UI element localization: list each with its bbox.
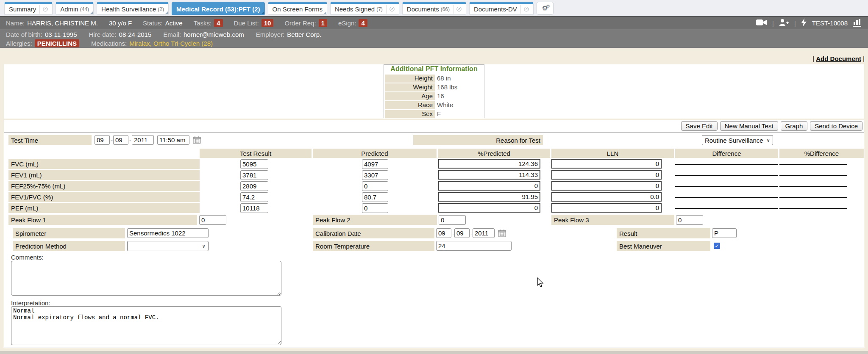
- fef-pct-predicted-input[interactable]: [438, 181, 540, 191]
- fev1-pct-predicted-input[interactable]: [438, 170, 540, 180]
- calibration-day-input[interactable]: [454, 228, 470, 238]
- calibration-year-input[interactable]: [473, 228, 495, 238]
- test-time-clock-input[interactable]: [157, 135, 189, 145]
- tab-summary[interactable]: Summary: [4, 2, 53, 15]
- graph-button[interactable]: Graph: [781, 121, 808, 131]
- fev1fvc-predicted-input[interactable]: [362, 192, 388, 202]
- settings-gears-button[interactable]: ⚙⚙: [537, 2, 554, 15]
- peak-flow-1-input[interactable]: [199, 215, 226, 225]
- peak-flow-3-input[interactable]: [676, 215, 703, 225]
- tab-documents[interactable]: Documents (66): [402, 2, 466, 15]
- tasks-badge[interactable]: 4: [214, 19, 223, 27]
- tab-count: (66): [441, 6, 450, 12]
- reason-selected-value: Routine Surveillance: [705, 137, 763, 144]
- fvc-predicted-input[interactable]: [362, 159, 388, 169]
- reason-for-test-label-cell: Reason for Test: [413, 135, 543, 145]
- fev1-lln-input[interactable]: [551, 170, 662, 180]
- fev1-predicted-input[interactable]: [362, 170, 388, 180]
- best-maneuver-checkbox[interactable]: ✓: [714, 243, 720, 249]
- pef-test-result-input[interactable]: [240, 203, 268, 213]
- fef-predicted-input[interactable]: [362, 181, 388, 191]
- tab-medical-record-pft[interactable]: Medical Record (53):PFT (2): [172, 2, 265, 15]
- lightning-icon[interactable]: [801, 18, 807, 28]
- tab-needs-signed[interactable]: Needs Signed (7): [330, 2, 399, 15]
- chevron-down-icon: ∨: [766, 137, 770, 143]
- tab-health-surveillance[interactable]: Health Surveillance (2): [97, 2, 169, 15]
- additional-pft-info-box: Additional PFT Information Height68 in W…: [384, 64, 484, 118]
- col-header-predicted: Predicted: [313, 149, 437, 158]
- name-label: Name:: [6, 19, 25, 27]
- tab-documents-dv[interactable]: Documents-DV: [469, 2, 534, 15]
- pft-form-panel: Test Time - - Reason for Test Routine Su…: [4, 132, 864, 348]
- tab-bar: Summary Admin (44) Health Surveillance (…: [0, 0, 868, 16]
- due-list-label: Due List:: [234, 19, 259, 27]
- employer-label: Employer:: [256, 31, 285, 38]
- status-label: Status:: [143, 19, 163, 27]
- race-value: White: [435, 101, 453, 109]
- calendar-icon[interactable]: [193, 136, 201, 144]
- pef-pct-predicted-input[interactable]: [438, 203, 540, 213]
- fef-pct-difference-line: [779, 186, 847, 187]
- due-list-badge[interactable]: 10: [262, 19, 274, 27]
- add-person-icon[interactable]: [779, 19, 789, 28]
- tab-admin[interactable]: Admin (44): [56, 2, 94, 15]
- popout-icon[interactable]: [39, 5, 48, 14]
- tab-fold: [90, 11, 93, 14]
- fev1-pct-difference-line: [779, 175, 847, 176]
- tab-count: (2): [158, 6, 164, 12]
- spirometer-input[interactable]: [127, 228, 209, 238]
- row-label-fef: FEF25%-75% (mL): [8, 181, 200, 191]
- row-label-fev1-fvc: FEV1/FVC (%): [8, 192, 200, 202]
- fev1-test-result-input[interactable]: [240, 170, 268, 180]
- fvc-lln-input[interactable]: [551, 159, 662, 169]
- test-time-label-cell: Test Time: [8, 135, 92, 145]
- popout-icon[interactable]: [453, 5, 462, 14]
- add-document-link[interactable]: Add Document: [816, 55, 861, 62]
- tasks-label: Tasks:: [194, 19, 212, 27]
- pef-predicted-input[interactable]: [362, 203, 388, 213]
- interpretation-textarea[interactable]: Normal Normal expiratory flows and a nor…: [11, 306, 281, 345]
- calendar-icon[interactable]: [498, 229, 506, 238]
- test-time-month-input[interactable]: [95, 135, 110, 145]
- calibration-month-input[interactable]: [436, 228, 451, 238]
- send-to-device-button[interactable]: Send to Device: [810, 121, 862, 131]
- save-edit-button[interactable]: Save Edit: [681, 121, 718, 131]
- fev1fvc-pct-predicted-input[interactable]: [438, 192, 540, 202]
- fvc-pct-predicted-input[interactable]: [438, 159, 540, 169]
- test-time-year-input[interactable]: [132, 135, 154, 145]
- esign-badge[interactable]: 4: [359, 19, 367, 27]
- tab-on-screen-forms[interactable]: On Screen Forms: [268, 2, 327, 15]
- fev1fvc-test-result-input[interactable]: [240, 192, 268, 202]
- race-label: Race: [385, 101, 435, 109]
- fev1fvc-lln-input[interactable]: [551, 192, 662, 202]
- pft-info-row: Age16: [385, 92, 483, 100]
- tab-label: Health Surveillance: [101, 6, 156, 13]
- order-req-badge[interactable]: 1: [319, 19, 327, 27]
- video-camera-icon[interactable]: [756, 19, 767, 28]
- separator: |: [794, 19, 796, 27]
- prediction-method-select[interactable]: ∨: [127, 241, 209, 251]
- fvc-test-result-input[interactable]: [240, 159, 268, 169]
- fef-test-result-input[interactable]: [240, 181, 268, 191]
- result-input[interactable]: [712, 228, 737, 238]
- chart-icon[interactable]: [853, 18, 862, 28]
- peak-flow-2-input[interactable]: [439, 215, 466, 225]
- device-id: TEST-10008: [812, 19, 848, 27]
- test-time-day-input[interactable]: [113, 135, 128, 145]
- col-header-lln: LLN: [551, 149, 674, 158]
- room-temperature-input[interactable]: [436, 241, 512, 251]
- new-manual-test-button[interactable]: New Manual Test: [720, 121, 778, 131]
- add-document-row: | Add Document |: [812, 55, 865, 62]
- result-label-cell: Result: [617, 228, 710, 238]
- popout-icon[interactable]: [386, 5, 395, 14]
- fef-lln-input[interactable]: [551, 181, 662, 191]
- comments-textarea[interactable]: [11, 261, 281, 296]
- peak-flow-3-label-cell: Peak Flow 3: [551, 215, 674, 225]
- allergy-badge[interactable]: PENICILLINS: [35, 39, 79, 47]
- order-req-label: Order Req:: [284, 19, 316, 27]
- medications-list[interactable]: Miralax, Ortho Tri-Cyclen (28): [129, 40, 213, 47]
- weight-value: 168 lbs: [435, 83, 457, 91]
- reason-for-test-select[interactable]: Routine Surveillance∨: [702, 135, 773, 145]
- popout-icon[interactable]: [520, 5, 529, 14]
- pef-lln-input[interactable]: [551, 203, 662, 213]
